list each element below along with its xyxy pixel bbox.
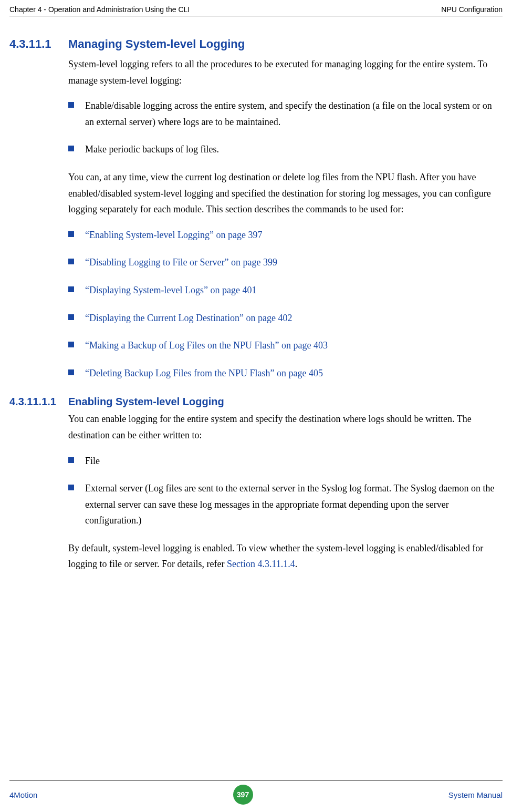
- cross-reference-link[interactable]: “Disabling Logging to File or Server” on…: [85, 257, 277, 268]
- footer-right: System Manual: [448, 790, 503, 799]
- list-item: Enable/disable logging across the entire…: [68, 98, 503, 130]
- body-paragraph: You can, at any time, view the current l…: [68, 169, 503, 218]
- section-body: System-level logging refers to all the p…: [68, 56, 503, 381]
- section-heading: 4.3.11.1 Managing System-level Logging: [9, 37, 503, 51]
- list-item: “Making a Backup of Log Files on the NPU…: [68, 337, 503, 354]
- body-paragraph: By default, system-level logging is enab…: [68, 540, 503, 572]
- header-right: NPU Configuration: [441, 5, 503, 14]
- destination-list: File External server (Log files are sent…: [68, 453, 503, 529]
- header-left: Chapter 4 - Operation and Administration…: [9, 5, 190, 14]
- section-number: 4.3.11.1: [9, 37, 68, 51]
- page-content: 4.3.11.1 Managing System-level Logging S…: [0, 16, 512, 572]
- cross-reference-link[interactable]: “Enabling System-level Logging” on page …: [85, 230, 262, 240]
- footer-rule: [9, 780, 503, 780]
- subsection-title: Enabling System-level Logging: [68, 396, 224, 408]
- intro-paragraph: You can enable logging for the entire sy…: [68, 411, 503, 443]
- cross-reference-link[interactable]: “Making a Backup of Log Files on the NPU…: [85, 340, 328, 351]
- list-item: File: [68, 453, 503, 469]
- list-item: Make periodic backups of log files.: [68, 141, 503, 158]
- list-item: “Deleting Backup Log Files from the NPU …: [68, 365, 503, 382]
- cross-reference-link[interactable]: “Deleting Backup Log Files from the NPU …: [85, 368, 323, 378]
- footer-left: 4Motion: [9, 790, 37, 799]
- paragraph-text: .: [295, 559, 298, 569]
- list-item: “Disabling Logging to File or Server” on…: [68, 254, 503, 271]
- step-list: Enable/disable logging across the entire…: [68, 98, 503, 158]
- list-item: “Displaying System-level Logs” on page 4…: [68, 282, 503, 299]
- list-item: External server (Log files are sent to t…: [68, 480, 503, 529]
- cross-reference-link[interactable]: “Displaying System-level Logs” on page 4…: [85, 285, 256, 295]
- section-title: Managing System-level Logging: [68, 37, 245, 51]
- intro-paragraph: System-level logging refers to all the p…: [68, 56, 503, 88]
- cross-reference-link[interactable]: “Displaying the Current Log Destination”…: [85, 313, 292, 323]
- subsection-heading: 4.3.11.1.1 Enabling System-level Logging: [9, 396, 503, 408]
- cross-reference-link[interactable]: Section 4.3.11.1.4: [227, 559, 295, 569]
- link-list: “Enabling System-level Logging” on page …: [68, 227, 503, 382]
- list-item: “Enabling System-level Logging” on page …: [68, 227, 503, 243]
- list-item: “Displaying the Current Log Destination”…: [68, 310, 503, 326]
- subsection-number: 4.3.11.1.1: [9, 396, 68, 408]
- subsection-body: You can enable logging for the entire sy…: [68, 411, 503, 572]
- page-number-badge: 397: [233, 785, 253, 805]
- page-header: Chapter 4 - Operation and Administration…: [0, 0, 512, 14]
- footer-row: 4Motion 397 System Manual: [9, 785, 503, 805]
- page-footer: 4Motion 397 System Manual: [0, 780, 512, 805]
